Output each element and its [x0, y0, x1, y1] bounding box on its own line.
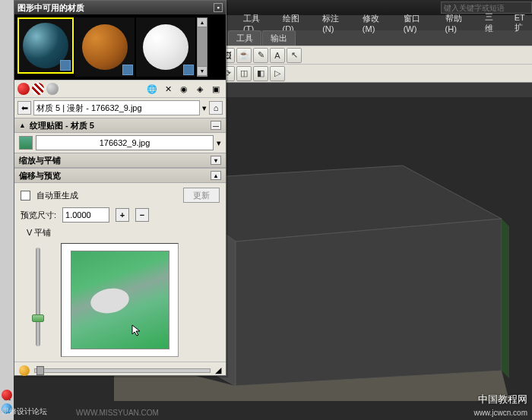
section-title: 纹理贴图 - 材质 5 [30, 120, 94, 131]
back-icon[interactable]: ⬅ [17, 101, 31, 115]
u-slider[interactable] [34, 368, 211, 373]
materials-panel: 图形中可用的材质 ▪ ▴▾ 🌐 ✕ ◉ ◈ ▣ ⬅ ▾ ⌂ ▲ 纹理贴图 - 材… [14, 0, 226, 376]
update-button[interactable]: 更新 [183, 188, 220, 203]
panel-minimize-icon[interactable]: ▪ [214, 3, 223, 12]
swatch-2[interactable] [75, 17, 135, 77]
swatch-badge-icon [60, 60, 71, 71]
footer-sphere-icon[interactable] [19, 365, 30, 376]
dock-sphere-red[interactable] [2, 390, 12, 400]
select-icon[interactable]: ▣ [209, 82, 223, 96]
tool-edit-icon[interactable]: ✎ [253, 48, 268, 63]
swatch-badge-icon [183, 65, 194, 75]
material-swatches: ▴▾ [14, 14, 226, 80]
preview-frame [61, 243, 179, 357]
image-row: 176632_9.jpg ▾ [14, 133, 226, 153]
swatch-1[interactable] [17, 17, 74, 74]
home-icon[interactable]: ⌂ [209, 101, 223, 115]
watermark-url: www.jcwcn.com [473, 409, 527, 417]
menu-modify[interactable]: 修改(M) [363, 13, 390, 33]
collapse-icon[interactable]: ▴ [211, 171, 221, 180]
preview-size-input[interactable] [62, 207, 109, 223]
thumbnail-icon [19, 136, 33, 150]
tool-text-icon[interactable]: A [270, 48, 285, 63]
v-slider[interactable] [36, 248, 40, 346]
panel-titlebar[interactable]: 图形中可用的材质 ▪ [14, 1, 226, 14]
expand-icon[interactable]: ▾ [211, 156, 221, 165]
watermark-studio: 思修设计论坛 [2, 406, 47, 417]
swatch-badge-icon [122, 65, 133, 75]
tool-slice-icon[interactable]: ▷ [270, 66, 285, 81]
slider-thumb[interactable] [36, 366, 44, 375]
sphere-preview [82, 24, 128, 70]
image-select-button[interactable]: 176632_9.jpg [36, 135, 214, 150]
collapse-icon[interactable]: — [211, 121, 221, 130]
material-toolbar: 🌐 ✕ ◉ ◈ ▣ [14, 80, 226, 98]
panel-footer: ◢ [14, 362, 226, 378]
path-row: ⬅ ▾ ⌂ [14, 98, 226, 118]
swatch-3[interactable] [136, 17, 195, 77]
dropdown-icon[interactable]: ▾ [202, 103, 207, 113]
svg-marker-2 [236, 219, 502, 386]
step-up-button[interactable]: + [116, 208, 129, 222]
dropdown-icon[interactable]: ▾ [217, 138, 221, 148]
delete-icon[interactable]: ✕ [161, 82, 175, 96]
slider-thumb[interactable] [32, 314, 44, 322]
menu-window[interactable]: 窗口(W) [404, 13, 432, 33]
show-icon[interactable]: ◉ [177, 82, 191, 96]
menu-help[interactable]: 帮助(H) [445, 13, 472, 33]
resize-grip-icon[interactable]: ◢ [215, 365, 221, 375]
section-title: 偏移与预览 [19, 170, 61, 182]
tab-tools[interactable]: 工具 [228, 30, 261, 46]
tool-cursor-icon[interactable]: ↖ [287, 48, 302, 63]
menu-dim[interactable]: 标注(N) [322, 13, 349, 33]
gray-material-icon[interactable] [46, 83, 59, 95]
auto-regen-label: 自动重生成 [36, 190, 78, 201]
tool-erase-icon[interactable]: ◧ [253, 66, 268, 81]
indicate-icon[interactable]: ◈ [193, 82, 207, 96]
section-title: 缩放与平铺 [19, 155, 61, 166]
section-texture-header[interactable]: ▲ 纹理贴图 - 材质 5 — [14, 118, 226, 133]
material-path-input[interactable] [33, 100, 200, 115]
swatch-scrollbar[interactable]: ▴▾ [197, 17, 207, 77]
step-down-button[interactable]: − [135, 208, 149, 222]
v-tile-label: V 平铺 [27, 227, 51, 238]
checker-material-icon[interactable] [32, 83, 44, 95]
offset-body: 自动重生成 更新 预览尺寸: + − V 平铺 [14, 183, 226, 362]
preview-image [71, 251, 169, 349]
menu-3d[interactable]: 三维 [485, 11, 500, 34]
watermark-cn: 中国教程网 [478, 393, 527, 406]
tab-output[interactable]: 输出 [262, 30, 296, 46]
auto-regen-checkbox[interactable] [21, 191, 30, 201]
apply-icon[interactable]: 🌐 [145, 82, 159, 96]
preview-size-label: 预览尺寸: [21, 210, 56, 221]
cursor-icon [131, 324, 144, 337]
watermark-src: WWW.MISSYUAN.COM [76, 409, 159, 417]
sphere-preview [143, 24, 188, 70]
new-material-icon[interactable] [17, 83, 30, 95]
menu-etx[interactable]: ET扩 [515, 13, 532, 33]
section-scale-header[interactable]: 缩放与平铺 ▾ [14, 153, 226, 168]
panel-title: 图形中可用的材质 [17, 2, 84, 14]
svg-marker-3 [502, 219, 509, 378]
up-arrow-icon: ▲ [19, 122, 26, 129]
tool-mirror-icon[interactable]: ◫ [236, 66, 252, 81]
section-offset-header[interactable]: 偏移与预览 ▴ [14, 168, 226, 183]
tool-cup-icon[interactable]: ☕ [236, 48, 252, 63]
